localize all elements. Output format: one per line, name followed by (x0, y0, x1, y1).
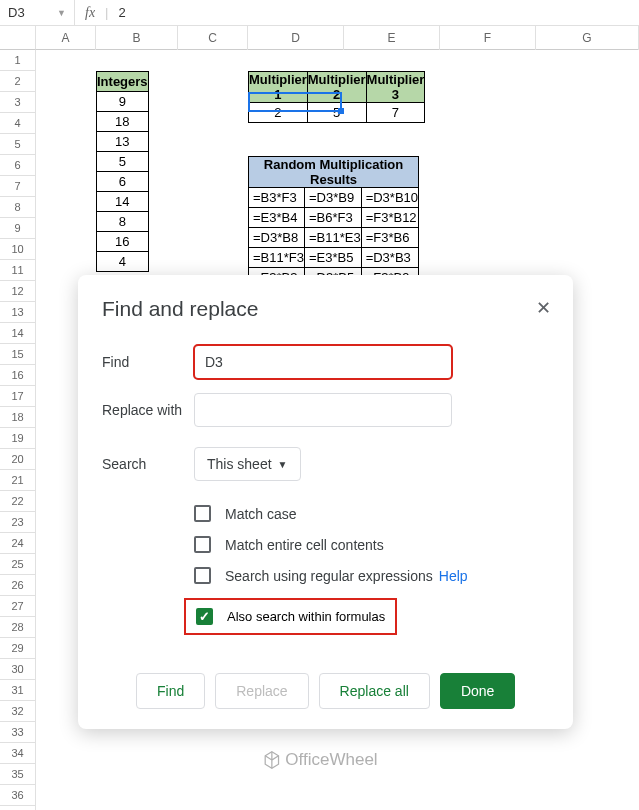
multiplier-header[interactable]: Multiplier 3 (366, 72, 425, 103)
table-cell[interactable]: =B11*F3 (249, 248, 305, 268)
integers-table: Integers 9 18 13 5 6 14 8 16 4 (96, 71, 149, 272)
table-cell[interactable]: 5 (307, 103, 366, 123)
row-header-11[interactable]: 11 (0, 260, 35, 281)
row-header-18[interactable]: 18 (0, 407, 35, 428)
checkbox-icon[interactable] (194, 505, 211, 522)
row-header-12[interactable]: 12 (0, 281, 35, 302)
row-header-6[interactable]: 6 (0, 155, 35, 176)
help-link[interactable]: Help (439, 568, 468, 584)
results-header[interactable]: Random Multiplication Results (249, 157, 419, 188)
cell-name-box[interactable]: D3 ▼ (0, 0, 75, 25)
row-header-22[interactable]: 22 (0, 491, 35, 512)
row-header-26[interactable]: 26 (0, 575, 35, 596)
table-cell[interactable]: 14 (97, 192, 149, 212)
chevron-down-icon[interactable]: ▼ (57, 8, 66, 18)
integers-header[interactable]: Integers (97, 72, 149, 92)
table-cell[interactable]: 2 (249, 103, 308, 123)
match-entire-row[interactable]: Match entire cell contents (194, 536, 549, 553)
col-header-C[interactable]: C (178, 26, 248, 50)
row-header-20[interactable]: 20 (0, 449, 35, 470)
row-header-16[interactable]: 16 (0, 365, 35, 386)
row-header-21[interactable]: 21 (0, 470, 35, 491)
row-header-4[interactable]: 4 (0, 113, 35, 134)
replace-button[interactable]: Replace (215, 673, 308, 709)
row-header-36[interactable]: 36 (0, 785, 35, 806)
formula-value[interactable]: 2 (109, 5, 136, 20)
row-header-32[interactable]: 32 (0, 701, 35, 722)
col-header-G[interactable]: G (536, 26, 639, 50)
row-header-1[interactable]: 1 (0, 50, 35, 71)
row-header-14[interactable]: 14 (0, 323, 35, 344)
table-cell[interactable]: =D3*B3 (361, 248, 418, 268)
search-label: Search (102, 456, 194, 472)
find-button[interactable]: Find (136, 673, 205, 709)
cell-reference: D3 (8, 5, 25, 20)
replace-label: Replace with (102, 402, 194, 418)
row-header-15[interactable]: 15 (0, 344, 35, 365)
close-icon[interactable]: ✕ (536, 297, 551, 319)
col-header-D[interactable]: D (248, 26, 344, 50)
checkbox-icon[interactable] (194, 567, 211, 584)
table-cell[interactable]: 6 (97, 172, 149, 192)
row-header-31[interactable]: 31 (0, 680, 35, 701)
row-header-34[interactable]: 34 (0, 743, 35, 764)
row-header-5[interactable]: 5 (0, 134, 35, 155)
table-cell[interactable]: =D3*B8 (249, 228, 305, 248)
col-header-B[interactable]: B (96, 26, 178, 50)
row-header-7[interactable]: 7 (0, 176, 35, 197)
table-cell[interactable]: 18 (97, 112, 149, 132)
col-header-F[interactable]: F (440, 26, 536, 50)
multiplier-header[interactable]: Multiplier 1 (249, 72, 308, 103)
match-case-label: Match case (225, 506, 297, 522)
replace-input[interactable] (194, 393, 452, 427)
table-cell[interactable]: =B6*F3 (304, 208, 361, 228)
checkbox-checked-icon[interactable] (196, 608, 213, 625)
row-header-24[interactable]: 24 (0, 533, 35, 554)
table-cell[interactable]: 9 (97, 92, 149, 112)
find-replace-dialog: Find and replace ✕ Find Replace with Sea… (78, 275, 573, 729)
table-cell[interactable]: =E3*B5 (304, 248, 361, 268)
table-cell[interactable]: 4 (97, 252, 149, 272)
table-cell[interactable]: 7 (366, 103, 425, 123)
row-header-8[interactable]: 8 (0, 197, 35, 218)
row-header-25[interactable]: 25 (0, 554, 35, 575)
row-header-19[interactable]: 19 (0, 428, 35, 449)
row-header-28[interactable]: 28 (0, 617, 35, 638)
table-cell[interactable]: =F3*B6 (361, 228, 418, 248)
checkbox-icon[interactable] (194, 536, 211, 553)
select-all-cell[interactable] (0, 26, 36, 50)
find-input[interactable] (194, 345, 452, 379)
table-cell[interactable]: 8 (97, 212, 149, 232)
within-formulas-row[interactable]: Also search within formulas (184, 598, 397, 635)
row-header-30[interactable]: 30 (0, 659, 35, 680)
regex-row[interactable]: Search using regular expressions Help (194, 567, 549, 584)
multiplier-header[interactable]: Multiplier 2 (307, 72, 366, 103)
row-header-29[interactable]: 29 (0, 638, 35, 659)
table-cell[interactable]: =E3*B4 (249, 208, 305, 228)
table-cell[interactable]: 16 (97, 232, 149, 252)
row-header-2[interactable]: 2 (0, 71, 35, 92)
done-button[interactable]: Done (440, 673, 515, 709)
row-header-23[interactable]: 23 (0, 512, 35, 533)
row-header-17[interactable]: 17 (0, 386, 35, 407)
row-header-9[interactable]: 9 (0, 218, 35, 239)
table-cell[interactable]: 13 (97, 132, 149, 152)
table-cell[interactable]: =D3*B10 (361, 188, 418, 208)
table-cell[interactable]: =D3*B9 (304, 188, 361, 208)
row-header-3[interactable]: 3 (0, 92, 35, 113)
table-cell[interactable]: 5 (97, 152, 149, 172)
row-header-13[interactable]: 13 (0, 302, 35, 323)
row-header-35[interactable]: 35 (0, 764, 35, 785)
row-header-10[interactable]: 10 (0, 239, 35, 260)
table-cell[interactable]: =F3*B12 (361, 208, 418, 228)
table-cell[interactable]: =B11*E3 (304, 228, 361, 248)
dialog-title: Find and replace (102, 297, 549, 321)
col-header-E[interactable]: E (344, 26, 440, 50)
replace-all-button[interactable]: Replace all (319, 673, 430, 709)
row-header-33[interactable]: 33 (0, 722, 35, 743)
search-scope-dropdown[interactable]: This sheet ▼ (194, 447, 301, 481)
match-case-row[interactable]: Match case (194, 505, 549, 522)
col-header-A[interactable]: A (36, 26, 96, 50)
table-cell[interactable]: =B3*F3 (249, 188, 305, 208)
row-header-27[interactable]: 27 (0, 596, 35, 617)
